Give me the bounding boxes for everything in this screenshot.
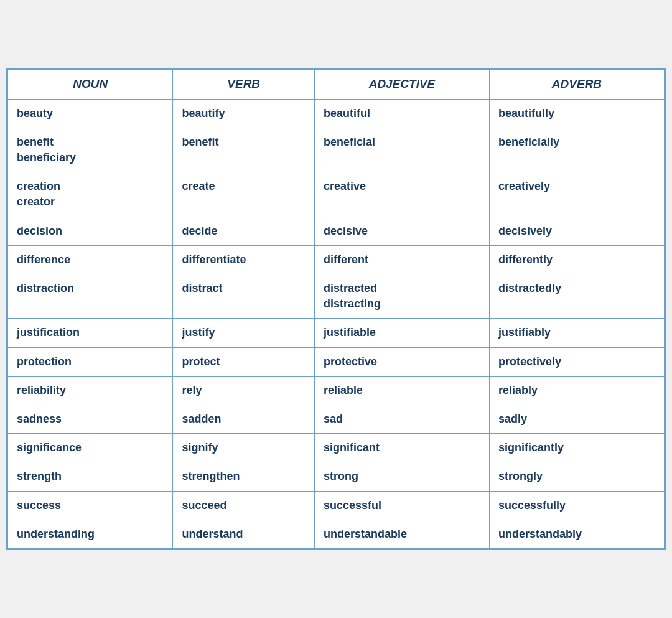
table-row: understandingunderstandunderstandableund… [8,520,665,548]
cell-adverb-11: strongly [489,462,664,491]
word-forms-table: NOUN VERB ADJECTIVE ADVERB beautybeautif… [7,69,665,549]
header-adverb: ADVERB [489,70,664,100]
cell-verb-0: beautify [173,99,315,128]
table-header-row: NOUN VERB ADJECTIVE ADVERB [8,70,665,100]
table-row: protectionprotectprotectiveprotectively [8,347,665,376]
cell-noun-0: beauty [8,99,173,128]
cell-adjective-9: sad [314,405,489,433]
cell-verb-10: signify [173,434,315,462]
table-row: differencedifferentiatedifferentdifferen… [8,245,665,274]
table-row: significancesignifysignificantsignifican… [8,434,665,462]
cell-adjective-7: protective [314,347,489,376]
word-forms-table-container: NOUN VERB ADJECTIVE ADVERB beautybeautif… [6,68,666,550]
header-noun: NOUN [8,70,173,100]
cell-noun-11: strength [8,462,173,491]
cell-adverb-3: decisively [489,217,664,245]
cell-verb-6: justify [173,319,315,347]
cell-noun-1: benefitbeneficiary [8,128,173,172]
cell-adjective-8: reliable [314,376,489,405]
cell-adjective-5: distracteddistracting [314,274,489,319]
cell-adjective-10: significant [314,434,489,462]
table-row: benefitbeneficiarybenefitbeneficialbenef… [8,128,665,172]
table-row: sadnesssaddensadsadly [8,405,665,433]
cell-verb-13: understand [173,520,315,548]
cell-adverb-10: significantly [489,434,664,462]
cell-verb-9: sadden [173,405,315,433]
table-row: creationcreatorcreatecreativecreatively [8,172,665,217]
cell-adverb-2: creatively [489,172,664,217]
cell-adjective-11: strong [314,462,489,491]
cell-noun-2: creationcreator [8,172,173,217]
table-row: distractiondistractdistracteddistracting… [8,274,665,319]
cell-verb-8: rely [173,376,315,405]
cell-noun-12: success [8,491,173,520]
table-row: strengthstrengthenstrongstrongly [8,462,665,491]
table-row: successsucceedsuccessfulsuccessfully [8,491,665,520]
cell-verb-11: strengthen [173,462,315,491]
cell-adverb-7: protectively [489,347,664,376]
table-row: decisiondecidedecisivedecisively [8,217,665,245]
cell-adverb-12: successfully [489,491,664,520]
header-verb: VERB [173,70,315,100]
cell-noun-5: distraction [8,274,173,319]
cell-verb-5: distract [173,274,315,319]
cell-adjective-4: different [314,245,489,274]
cell-adverb-13: understandably [489,520,664,548]
cell-adverb-8: reliably [489,376,664,405]
cell-adjective-12: successful [314,491,489,520]
cell-noun-9: sadness [8,405,173,433]
cell-adjective-1: beneficial [314,128,489,172]
cell-adjective-3: decisive [314,217,489,245]
cell-verb-12: succeed [173,491,315,520]
table-row: reliabilityrelyreliablereliably [8,376,665,405]
cell-noun-8: reliability [8,376,173,405]
cell-adverb-6: justifiably [489,319,664,347]
cell-noun-13: understanding [8,520,173,548]
cell-adjective-2: creative [314,172,489,217]
cell-noun-10: significance [8,434,173,462]
cell-adjective-6: justifiable [314,319,489,347]
cell-noun-3: decision [8,217,173,245]
cell-adjective-13: understandable [314,520,489,548]
table-row: beautybeautifybeautifulbeautifully [8,99,665,128]
cell-verb-2: create [173,172,315,217]
cell-verb-3: decide [173,217,315,245]
cell-noun-4: difference [8,245,173,274]
cell-noun-7: protection [8,347,173,376]
cell-verb-1: benefit [173,128,315,172]
cell-adverb-0: beautifully [489,99,664,128]
cell-adverb-5: distractedly [489,274,664,319]
table-row: justificationjustifyjustifiablejustifiab… [8,319,665,347]
cell-adverb-1: beneficially [489,128,664,172]
cell-adverb-4: differently [489,245,664,274]
cell-verb-4: differentiate [173,245,315,274]
cell-adverb-9: sadly [489,405,664,433]
cell-adjective-0: beautiful [314,99,489,128]
header-adjective: ADJECTIVE [314,70,489,100]
cell-verb-7: protect [173,347,315,376]
cell-noun-6: justification [8,319,173,347]
